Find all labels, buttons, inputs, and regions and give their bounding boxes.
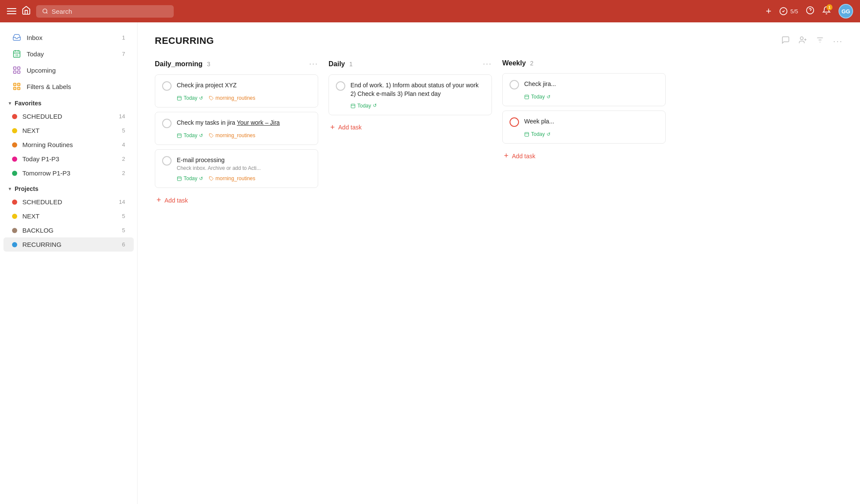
task-2-today: Today ↺	[177, 132, 203, 138]
svg-rect-30	[178, 177, 181, 181]
task-4-checkbox[interactable]	[336, 81, 345, 91]
inbox-icon	[12, 33, 22, 42]
add-task-button[interactable]: +	[766, 6, 771, 17]
task-5-today: Today ↺	[524, 94, 550, 100]
main-content: RECURRING	[138, 22, 860, 504]
task-4-today-label: Today	[357, 103, 371, 109]
today-p1p3-label: Today P1-P3	[22, 155, 117, 163]
proj-backlog-label: BACKLOG	[22, 227, 117, 234]
task-card-2-top: Check my tasks in jira Your work – Jira	[162, 118, 311, 128]
notification-button[interactable]: 1	[822, 6, 831, 17]
task-3-checkbox[interactable]	[162, 156, 172, 166]
sidebar-item-filters[interactable]: Filters & Labels	[3, 78, 134, 95]
task-3-subtitle: Check inbox. Archive or add to Acti...	[177, 165, 261, 171]
task-1-today-label: Today	[184, 95, 197, 101]
filter-settings-button[interactable]	[816, 36, 824, 46]
svg-line-1	[46, 12, 48, 14]
task-card-4[interactable]: End of work. 1) Inform about status of y…	[329, 74, 492, 115]
svg-rect-17	[18, 87, 20, 90]
task-card-3[interactable]: E-mail processing Check inbox. Archive o…	[155, 149, 318, 188]
nav-right: + 5/5 1 GG	[766, 4, 853, 18]
svg-rect-14	[14, 83, 16, 86]
task-2-checkbox[interactable]	[162, 119, 172, 128]
comments-button[interactable]	[781, 36, 790, 46]
sidebar-item-scheduled-fav[interactable]: SCHEDULED 14	[3, 109, 134, 123]
task-6-checkbox[interactable]	[510, 117, 519, 127]
upcoming-icon	[12, 65, 22, 75]
scheduled-dot	[12, 114, 17, 119]
task-card-1[interactable]: Check jira project XYZ Today ↺ morning_r…	[155, 74, 318, 108]
today-label: Today	[27, 50, 117, 58]
today-icon: 08	[12, 49, 22, 58]
add-plus-icon-2: +	[330, 123, 335, 132]
page-header: RECURRING	[155, 35, 843, 46]
task-5-today-label: Today	[531, 94, 545, 100]
sidebar-item-inbox[interactable]: Inbox 1	[3, 29, 134, 46]
morning-fav-count: 4	[122, 141, 125, 148]
page-title: RECURRING	[155, 35, 214, 46]
add-plus-icon-1: +	[157, 196, 161, 205]
add-task-label-2: Add task	[338, 124, 362, 131]
help-button[interactable]	[806, 6, 814, 17]
next-fav-label: NEXT	[22, 127, 117, 134]
more-options-button[interactable]: ···	[833, 36, 843, 46]
sidebar: Inbox 1 08 Today 7	[0, 22, 138, 504]
sidebar-item-proj-next[interactable]: NEXT 5	[3, 209, 134, 223]
columns-container: Daily_morning 3 ··· Check jira project X…	[155, 59, 843, 208]
user-avatar[interactable]: GG	[838, 4, 853, 18]
sidebar-item-next-fav[interactable]: NEXT 5	[3, 123, 134, 138]
hamburger-menu-icon[interactable]	[7, 8, 16, 14]
sidebar-item-tomorrow-p1p3[interactable]: Tomorrow P1-P3 2	[3, 166, 134, 180]
tomorrow-p1p3-count: 2	[122, 170, 125, 176]
task-card-6-top: Week pla...	[510, 117, 658, 127]
nav-left: Search	[7, 5, 174, 18]
task-4-content: End of work. 1) Inform about status of y…	[350, 81, 485, 98]
task-3-today: Today ↺	[177, 175, 203, 181]
add-plus-icon-3: +	[504, 151, 509, 160]
task-card-3-top: E-mail processing Check inbox. Archive o…	[162, 156, 311, 171]
sidebar-item-proj-backlog[interactable]: BACKLOG 5	[3, 223, 134, 237]
task-6-today: Today ↺	[524, 131, 550, 137]
search-box[interactable]: Search	[36, 5, 174, 18]
share-button[interactable]	[799, 36, 807, 46]
svg-rect-10	[14, 67, 16, 70]
task-card-2[interactable]: Check my tasks in jira Your work – Jira …	[155, 112, 318, 145]
sidebar-item-proj-scheduled[interactable]: SCHEDULED 14	[3, 195, 134, 209]
task-4-meta: Today ↺	[350, 103, 485, 109]
task-5-checkbox[interactable]	[510, 80, 519, 89]
task-card-6[interactable]: Week pla... Today ↺	[502, 111, 666, 144]
task-1-title: Check jira project XYZ	[177, 81, 236, 89]
task-1-checkbox[interactable]	[162, 81, 172, 91]
task-1-recurring-icon: ↺	[199, 95, 203, 101]
favorites-section-header[interactable]: ▾ Favorites	[0, 95, 137, 109]
projects-chevron: ▾	[9, 186, 11, 192]
proj-next-label: NEXT	[22, 212, 117, 220]
upcoming-label: Upcoming	[27, 67, 120, 74]
inbox-count: 1	[122, 34, 125, 41]
proj-scheduled-label: SCHEDULED	[22, 198, 114, 206]
task-card-5[interactable]: Check jira... Today ↺	[502, 73, 666, 106]
add-task-daily[interactable]: + Add task	[329, 120, 492, 135]
sidebar-item-proj-recurring[interactable]: RECURRING 6	[3, 237, 134, 252]
sidebar-item-today-p1p3-fav[interactable]: Today P1-P3 2	[3, 152, 134, 166]
proj-scheduled-count: 14	[119, 199, 125, 205]
favorites-chevron: ▾	[9, 100, 11, 106]
column-header-daily: Daily 1 ···	[329, 59, 492, 68]
home-button[interactable]	[22, 6, 31, 17]
page-actions: ···	[781, 36, 843, 46]
projects-section-header[interactable]: ▾ Projects	[0, 180, 137, 195]
daily-morning-more-button[interactable]: ···	[309, 59, 318, 68]
add-task-daily-morning[interactable]: + Add task	[155, 192, 318, 208]
sidebar-item-morning-fav[interactable]: Morning Routines 4	[3, 138, 134, 152]
sidebar-item-upcoming[interactable]: Upcoming	[3, 62, 134, 78]
svg-rect-37	[525, 132, 529, 136]
scheduled-fav-label: SCHEDULED	[22, 113, 114, 120]
daily-more-button[interactable]: ···	[483, 59, 492, 68]
add-task-weekly[interactable]: + Add task	[502, 148, 666, 164]
add-task-label-3: Add task	[512, 153, 535, 160]
filters-icon	[12, 82, 22, 91]
sidebar-item-today[interactable]: 08 Today 7	[3, 46, 134, 62]
proj-next-count: 5	[122, 213, 125, 219]
favorites-section-label: Favorites	[15, 100, 41, 107]
task-6-content: Week pla...	[524, 117, 554, 126]
